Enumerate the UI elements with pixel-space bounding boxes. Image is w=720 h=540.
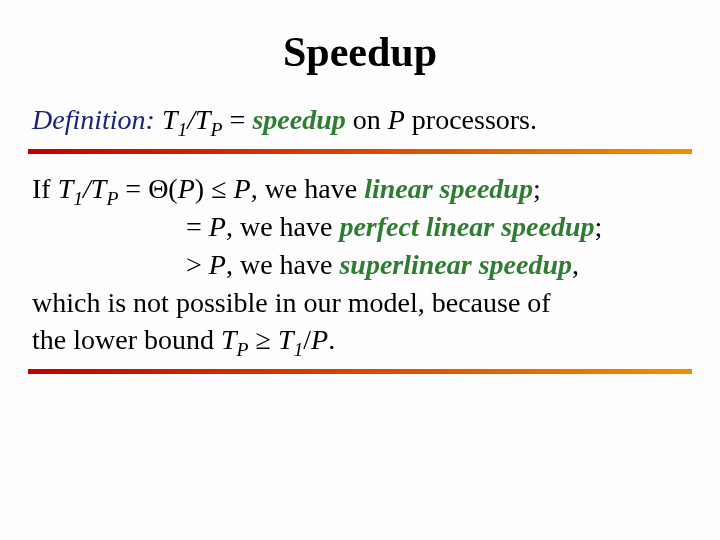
- var-p: P: [388, 104, 405, 135]
- divider-bottom: [28, 369, 692, 374]
- text-le: ≤: [204, 173, 233, 204]
- equals: =: [223, 104, 253, 135]
- text-we-have-3: , we have: [226, 249, 340, 280]
- text-on: on: [346, 104, 388, 135]
- semi-1: ;: [533, 173, 541, 204]
- keyword-perfect: perfect linear speedup: [339, 211, 594, 242]
- text-if: If: [32, 173, 58, 204]
- text-lower-bound: the lower bound: [32, 324, 221, 355]
- var-tp-lb: T: [221, 324, 237, 355]
- text-eq-theta: = Θ(: [118, 173, 177, 204]
- slide-title: Speedup: [28, 28, 692, 76]
- keyword-super: superlinear speedup: [339, 249, 572, 280]
- sub-1-lb: 1: [293, 339, 303, 360]
- var-t1-b: T: [58, 173, 74, 204]
- var-p-theta: P: [178, 173, 195, 204]
- keyword-speedup: speedup: [252, 104, 345, 135]
- divider-top: [28, 149, 692, 154]
- sub-p: P: [211, 119, 223, 140]
- slide: Speedup Definition: T1/TP = speedup on P…: [0, 0, 720, 410]
- body-line-2: = P, we have perfect linear speedup;: [32, 208, 688, 246]
- sub-p-lb: P: [237, 339, 249, 360]
- body-line-5: the lower bound TP ≥ T1/P.: [32, 321, 688, 359]
- var-t1: T: [162, 104, 178, 135]
- text-ge: ≥: [249, 324, 278, 355]
- keyword-linear: linear speedup: [364, 173, 533, 204]
- text-processors: processors.: [405, 104, 537, 135]
- text-slash: /: [303, 324, 311, 355]
- sub-1-b: 1: [73, 188, 83, 209]
- sub-p-b: P: [106, 188, 118, 209]
- var-slash-tp: /T: [187, 104, 210, 135]
- body-line-3: > P, we have superlinear speedup,: [32, 246, 688, 284]
- var-p-lb: P: [311, 324, 328, 355]
- var-p-eq: P: [209, 211, 226, 242]
- semi-2: ;: [594, 211, 602, 242]
- sub-1: 1: [177, 119, 187, 140]
- text-we-have-2: , we have: [226, 211, 340, 242]
- text-we-have-1: , we have: [251, 173, 365, 204]
- var-p-le: P: [234, 173, 251, 204]
- text-dot: .: [328, 324, 335, 355]
- body-line-1: If T1/TP = Θ(P) ≤ P, we have linear spee…: [32, 170, 688, 208]
- text-gt: >: [186, 249, 209, 280]
- comma-3: ,: [572, 249, 579, 280]
- body-line-4: which is not possible in our model, beca…: [32, 284, 688, 322]
- text-close: ): [195, 173, 204, 204]
- var-slash-tp-b: /T: [83, 173, 106, 204]
- definition-label: Definition:: [32, 104, 155, 135]
- var-t1-lb: T: [278, 324, 294, 355]
- definition-line: Definition: T1/TP = speedup on P process…: [32, 100, 688, 139]
- text-eq: =: [186, 211, 209, 242]
- var-p-gt: P: [209, 249, 226, 280]
- body-text: If T1/TP = Θ(P) ≤ P, we have linear spee…: [32, 170, 688, 359]
